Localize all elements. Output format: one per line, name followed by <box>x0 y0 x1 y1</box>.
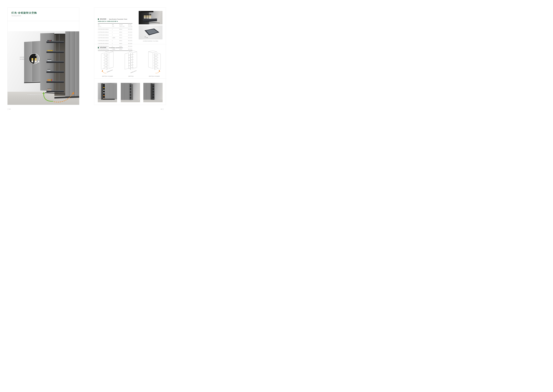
spec-table-cell: A:244*505*(1050-1350)mm <box>98 29 112 30</box>
photo-connector-bit <box>147 37 147 38</box>
svg-text:柜内深度 ≥520mm: 柜内深度 ≥520mm <box>130 70 137 73</box>
spec-table-cell: 264 ±2mm <box>128 32 132 33</box>
right-page-card: 规格参数图 / Specification Parameter Chart GS… <box>94 7 166 105</box>
install-diagram-rotate-left: 柜内深度 ≥520mm <box>99 50 116 74</box>
spec-table-cell: 264 ±2mm <box>128 29 132 30</box>
spec-table-cell: 364 ±2mm <box>128 46 132 47</box>
photo-bottles <box>144 14 151 19</box>
page-number-text: 144 <box>161 109 162 110</box>
spec-table-row: D:244*505*(1950-2200)mm6 (加高)300mm264 ±2… <box>98 36 132 39</box>
hero-product-photo: Corona Corona 全铝支架 前后氛围硅胶灯 灯光轴承旋转全铝平开拉篮 <box>7 31 79 105</box>
spec-table-cell: 400mm <box>119 43 128 44</box>
spec-table-row: B:244*505*(1350-1650)mm5300mm264 ±2mm <box>98 31 132 34</box>
spec-table-cell: 300mm <box>119 37 128 38</box>
spec-heading: 规格参数图 / Specification Parameter Chart <box>98 18 127 20</box>
effect-photo-rotate-left: 向左旋转效果 <box>98 83 117 102</box>
catalog-spread: 灯光·全铝旋转太空舱 Revolving Tall Unit 产品特点 / Pr… <box>0 0 171 112</box>
diagram-caption: 篮体平拉出 <box>123 76 139 77</box>
rotating-pole <box>59 34 60 94</box>
page-subtitle: Revolving Tall Unit <box>12 15 21 16</box>
spec-table-cell: E:344*505*(1050-1350)mm <box>98 40 112 41</box>
page-number-text: 143 <box>9 109 11 110</box>
spec-table-cell: 300mm <box>119 29 128 30</box>
spec-table-cell: 300mm <box>119 35 128 35</box>
spec-heading-divider: / <box>107 19 108 20</box>
section-marker-icon <box>98 19 99 20</box>
page-number-left: 143 <box>8 108 11 110</box>
spec-table-cell: 300mm <box>119 32 128 33</box>
spec-table-header-cell: 层数Layer <box>112 24 119 27</box>
install-diagram-pullout: 柜内深度 ≥520mm <box>123 50 139 74</box>
page-title: 灯光·全铝旋转太空舱 <box>12 11 37 14</box>
spec-table-cell: 400mm <box>119 49 128 50</box>
callout-annotation-line1: 全铝支架 <box>20 56 28 58</box>
basket-shelf <box>47 58 64 63</box>
left-page-card: 灯光·全铝旋转太空舱 Revolving Tall Unit 产品特点 / Pr… <box>7 7 79 105</box>
spec-table-cell: 364 ±2mm <box>128 40 132 41</box>
install-diagram-rotate-right <box>146 50 163 74</box>
install-heading-en: Installation parameters <box>109 47 123 48</box>
spec-table-cell: 5 <box>112 32 119 33</box>
led-strip <box>55 35 55 94</box>
spec-table-cell: 264 ±2mm <box>128 37 132 38</box>
orange-arrowhead-icon <box>159 70 160 72</box>
detail-callout-circle: Corona Corona <box>29 53 40 64</box>
photo-connector-bit <box>145 37 145 37</box>
basket-shelf <box>47 78 64 83</box>
spec-table-cell: F:344*505*(1350-1650)mm <box>98 43 112 44</box>
diagram-caption: 篮体平拉出 向左边旋转 <box>99 76 116 77</box>
effect-photo-caption: 篮体平拉出效果 <box>132 100 139 101</box>
bottle-brand-label: Corona <box>32 60 33 61</box>
orange-arrowhead-icon <box>102 70 103 72</box>
spec-table-cell: 364 ±2mm <box>128 49 132 50</box>
diagram-caption: 篮体平拉出 向右边旋转 <box>146 76 163 77</box>
page-number-right: 144 <box>161 108 163 110</box>
basket-shelf <box>47 39 64 43</box>
top-rail <box>55 34 65 34</box>
orange-arrowhead-icon <box>72 92 74 94</box>
spec-table-cell: 264 ±2mm <box>128 35 132 35</box>
install-heading-divider: / <box>107 47 108 48</box>
spec-table-row: F:344*505*(1350-1650)mm5400mm364 ±2mm <box>98 42 132 45</box>
spec-table-cell: C:244*505*(1650-1950)mm <box>98 35 112 35</box>
section-divider <box>94 44 166 44</box>
spec-table-row: C:244*505*(1650-1950)mm6300mm264 ±2mm <box>98 34 132 36</box>
install-heading-zh: 安装参数图 <box>100 47 106 49</box>
spec-photo-pullout <box>139 11 162 24</box>
spec-table-header-cell: 规格(W*D*H) <box>98 24 112 27</box>
spec-table-cell: 6 (加高) <box>112 37 119 38</box>
basket-shelf <box>47 68 64 73</box>
bottle-brand-label: Corona <box>35 60 36 61</box>
spec-heading-en: Specification Parameter Chart <box>109 19 127 20</box>
spec-photo-glass-basket <box>139 25 162 39</box>
spec-table-cell: H:344*505*(1950-2200)mm <box>98 49 112 50</box>
effect-photo-rotate-right: 向右旋转效果 <box>143 83 163 102</box>
svg-text:柜内深度 ≥520mm: 柜内深度 ≥520mm <box>107 70 113 73</box>
spec-table-cell: 364 ±2mm <box>128 43 132 44</box>
install-heading: 安装参数图 / Installation parameters <box>98 47 123 49</box>
spec-table-cell: 6 (加高) <box>112 49 119 50</box>
spec-table-row: E:344*505*(1050-1350)mm4400mm364 ±2mm <box>98 39 132 42</box>
spec-photo-caption: 全内部棒卯结构玻璃篮·不见任何螺丝 <box>139 41 162 42</box>
spec-table-cell: 4 <box>112 40 119 41</box>
spec-table-row: A:244*505*(1050-1350)mm4300mm264 ±2mm <box>98 28 132 31</box>
spec-table-cell: 6 <box>112 35 119 35</box>
spec-table-cell: 400mm <box>119 40 128 41</box>
photo-upper-shelf <box>141 11 153 12</box>
effect-photo-caption: 向左旋转效果 <box>110 100 116 101</box>
spec-table: 规格(W*D*H)层数Layer柜体宽度Cabinet width柜内宽度Inn… <box>98 23 132 51</box>
spec-table-header-cell: 柜内宽度Inner width <box>128 24 132 27</box>
cabinet-interior <box>55 34 65 96</box>
spec-table-cell: 5 <box>112 43 119 44</box>
spec-heading-zh: 规格参数图 <box>100 18 106 20</box>
effect-photo-pullout: 篮体平拉出效果 <box>121 83 140 102</box>
spec-table-cell: B:244*505*(1350-1650)mm <box>98 32 112 33</box>
section-marker-icon <box>98 47 99 48</box>
rotation-arrows <box>41 87 77 105</box>
callout-annotation: 全铝支架 前后氛围硅胶灯 <box>20 56 28 60</box>
spec-table-header: 规格(W*D*H)层数Layer柜体宽度Cabinet width柜内宽度Inn… <box>98 23 132 28</box>
effect-photo-caption: 向右旋转效果 <box>156 100 162 101</box>
model-code: GS05-01XZ·A / GS05-01XZ-WP·A <box>98 21 118 22</box>
spec-table-cell: D:244*505*(1950-2200)mm <box>98 37 112 38</box>
spec-table-cell: 4 <box>112 29 119 30</box>
